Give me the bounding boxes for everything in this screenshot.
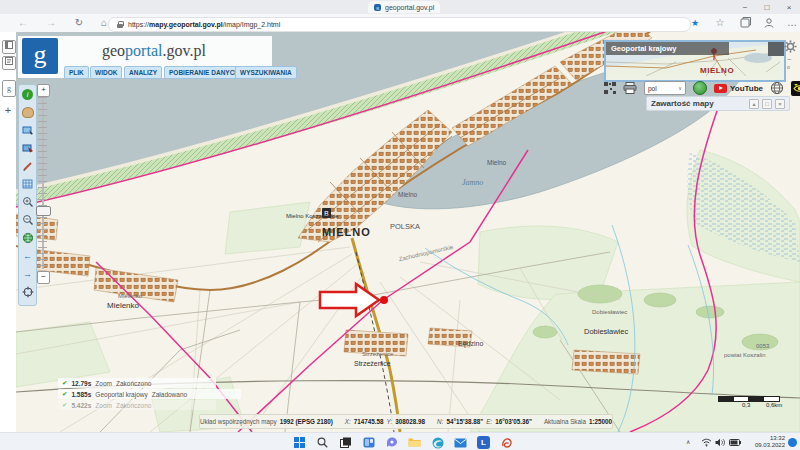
restore-panel-icon[interactable]: □ xyxy=(762,99,772,109)
maximize-button[interactable]: □ xyxy=(756,0,778,14)
taskbar-clock[interactable]: 13:32 09.03.2022 xyxy=(745,435,785,449)
collapse-dash-icon[interactable]: − xyxy=(787,56,791,63)
notification-icon[interactable] xyxy=(788,438,797,447)
add-favorite-icon[interactable]: ☆ xyxy=(713,16,727,30)
zoom-out-tool-button[interactable] xyxy=(21,213,35,227)
zoom-slider-minus[interactable]: − xyxy=(37,271,50,284)
profile-icon[interactable] xyxy=(762,16,776,30)
task-view-icon[interactable] xyxy=(339,436,352,449)
globe-icon xyxy=(22,232,34,244)
menu-pobieranie-danych[interactable]: POBIERANIE DANYCH xyxy=(164,66,244,79)
sidebar-panel-icon[interactable] xyxy=(2,40,16,54)
back-icon[interactable]: ← xyxy=(16,16,30,30)
select-polygon-button[interactable] xyxy=(21,141,35,155)
battery-icon[interactable] xyxy=(728,436,741,449)
favorite-star-icon[interactable]: ★ xyxy=(688,16,702,30)
wifi-icon[interactable] xyxy=(700,436,713,449)
edge-browser-icon[interactable] xyxy=(431,436,444,449)
info-icon: i xyxy=(22,89,33,100)
widgets-icon[interactable] xyxy=(362,436,375,449)
zoom-slider-handle[interactable] xyxy=(36,206,51,216)
zoom-slider-plus[interactable]: + xyxy=(37,84,50,97)
search-icon[interactable] xyxy=(316,436,329,449)
zoom-slider-ticks xyxy=(38,97,47,269)
qr-icon[interactable] xyxy=(604,82,616,94)
previous-view-button[interactable]: ← xyxy=(21,249,35,263)
check-icon: ✔ xyxy=(62,379,67,387)
overview-corner-tile[interactable] xyxy=(768,42,784,56)
tab-title: geoportal.gov.pl xyxy=(385,4,434,11)
selected-point-marker xyxy=(380,296,388,304)
clock-date: 09.03.2022 xyxy=(745,442,785,449)
check-icon: ✔ xyxy=(62,401,67,409)
chevron-down-icon: ∨ xyxy=(678,85,682,91)
mail-icon[interactable] xyxy=(454,436,467,449)
contrast-mode-button[interactable] xyxy=(791,81,800,96)
menu-wyszukiwania[interactable]: WYSZUKIWANIA xyxy=(235,66,297,79)
clock-time: 13:32 xyxy=(745,435,785,442)
address-bar[interactable]: https://mapy.geoportal.gov.pl/imap/Imgp_… xyxy=(108,17,691,32)
scale-mid-label: 0,3 xyxy=(742,402,750,408)
crosshair-icon xyxy=(22,286,34,298)
close-button[interactable]: × xyxy=(778,0,800,14)
collapse-dot-icon[interactable]: o xyxy=(787,64,790,70)
favicon: g xyxy=(374,4,381,11)
browser-menu-icon[interactable]: … xyxy=(785,16,799,30)
menu-widok[interactable]: WIDOK xyxy=(90,66,122,79)
overview-title[interactable]: Geoportal krajowy xyxy=(606,42,729,55)
volume-icon[interactable] xyxy=(714,436,727,449)
toast-message: ✔ 1.585sGeoportal krajowyZaładowano xyxy=(58,389,241,399)
measure-tool-button[interactable] xyxy=(21,159,35,173)
map-contents-title: Zawartość mapy xyxy=(651,99,714,108)
zoom-in-tool-button[interactable] xyxy=(21,195,35,209)
youtube-label: YouTube xyxy=(730,84,763,93)
arrow-right-icon: → xyxy=(23,269,32,279)
settings-gear-icon[interactable] xyxy=(784,40,797,53)
chat-icon[interactable] xyxy=(385,436,398,449)
map-contents-panel-header[interactable]: Zawartość mapy ▴ □ × xyxy=(646,96,790,111)
toast-message: ✔ 12.79sZoomZakończono xyxy=(58,378,216,388)
close-panel-icon[interactable]: × xyxy=(775,99,785,109)
select-polygon-icon xyxy=(22,143,34,154)
info-tool-button[interactable]: i xyxy=(21,87,35,101)
add-panel-icon[interactable]: + xyxy=(2,104,14,116)
youtube-button[interactable]: YouTube xyxy=(714,84,763,93)
refresh-icon[interactable]: ↻ xyxy=(72,16,86,30)
status-green-icon[interactable] xyxy=(693,81,707,95)
arrow-left-icon: ← xyxy=(23,251,32,261)
language-select[interactable]: pol∨ xyxy=(644,81,686,95)
geoportal-header: g geoportal.gov.pl PLIK WIDOK ANALIZY PO… xyxy=(18,36,272,78)
center-map-button[interactable] xyxy=(21,285,35,299)
identify-tool-button[interactable] xyxy=(21,105,35,119)
menu-analizy[interactable]: ANALIZY xyxy=(124,66,162,79)
menu-plik[interactable]: PLIK xyxy=(64,66,89,79)
pin-panel-icon[interactable]: ▴ xyxy=(749,99,759,109)
tray-chevron-icon[interactable]: ∧ xyxy=(686,438,690,445)
browser-tab[interactable]: g geoportal.gov.pl xyxy=(368,1,440,13)
screen: g geoportal.gov.pl − □ × ← → ↻ ⌂ https:/… xyxy=(0,0,800,450)
document-panel-icon[interactable] xyxy=(2,56,16,70)
url-text: https://mapy.geoportal.gov.pl/imap/Imgp_… xyxy=(128,21,280,28)
file-explorer-icon[interactable] xyxy=(408,436,421,449)
grid-icon xyxy=(22,179,33,189)
sketch-app-icon[interactable] xyxy=(500,436,513,449)
overview-city-label: MIELNO xyxy=(700,66,734,75)
overview-map-panel[interactable]: Geoportal krajowy MIELNO xyxy=(604,40,786,82)
next-view-button[interactable]: → xyxy=(21,267,35,281)
full-extent-button[interactable] xyxy=(21,231,35,245)
docked-geoportal-icon[interactable]: g xyxy=(2,80,16,97)
svg-text:B: B xyxy=(324,210,329,218)
select-rectangle-button[interactable] xyxy=(21,123,35,137)
scale-end-label: 0,6km xyxy=(766,402,782,408)
print-icon[interactable] xyxy=(623,82,637,94)
map-options-toolbar: pol∨ YouTube xyxy=(604,80,800,96)
identify-icon xyxy=(22,107,34,118)
collections-icon[interactable] xyxy=(738,16,752,30)
l-app-icon[interactable]: L xyxy=(477,436,490,449)
globe-language-icon[interactable] xyxy=(770,81,784,95)
start-button[interactable] xyxy=(293,436,306,449)
legend-tool-button[interactable] xyxy=(21,177,35,191)
geoportal-logo[interactable]: g xyxy=(22,38,58,74)
forward-icon[interactable]: → xyxy=(44,16,58,30)
minimize-button[interactable]: − xyxy=(734,0,756,14)
